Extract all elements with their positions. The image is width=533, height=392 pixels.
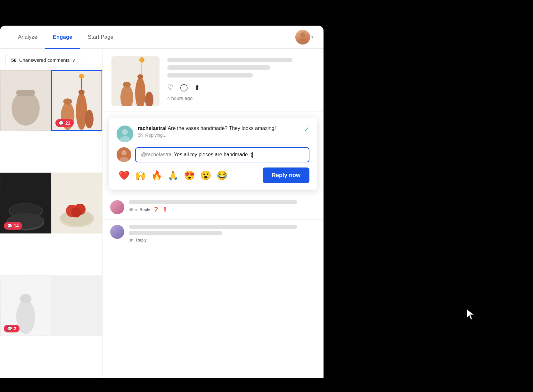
filter-bar: 56 Unanswered comments ∨: [0, 49, 102, 70]
svg-point-7: [78, 90, 85, 94]
emoji-heart-eyes[interactable]: 😍: [182, 169, 197, 182]
post-badge-count-2: 21: [65, 120, 70, 126]
emoji-crying-laughing[interactable]: 😂: [215, 169, 230, 182]
commenter-avatar: [117, 126, 133, 142]
svg-point-31: [123, 82, 131, 87]
unanswered-count: 56: [11, 57, 17, 63]
comment-reply-1[interactable]: Reply: [139, 207, 150, 212]
chevron-down-icon: ∨: [72, 58, 75, 63]
emoji-raised-hands[interactable]: 🙌: [133, 169, 148, 182]
tab-engage[interactable]: Engage: [45, 26, 80, 49]
post-badge-5: 💬 2: [4, 325, 20, 332]
post-preview-thumbnail: [111, 56, 160, 106]
reply-card: rachelastral Are the vases handmade? The…: [109, 118, 317, 190]
reply-avatar: [117, 147, 131, 162]
post-time: 4 hours ago: [167, 95, 315, 101]
svg-point-29: [137, 74, 143, 79]
post-item-6[interactable]: [51, 275, 102, 336]
check-icon: ✓: [304, 126, 309, 134]
posts-grid: 💬 21 💬 14: [0, 70, 102, 378]
svg-point-5: [79, 74, 84, 78]
post-thumbnail-art-1: [1, 71, 51, 130]
svg-point-21: [71, 208, 81, 217]
text-cursor: [252, 152, 253, 158]
comment-actions-2: 3h Reply: [129, 238, 316, 242]
tab-analyze[interactable]: Analyze: [10, 26, 45, 49]
reply-now-button[interactable]: Reply now: [263, 167, 309, 183]
comment-bubble-icon: 💬: [59, 121, 64, 126]
comment-avatar-2: [110, 225, 124, 239]
mouse-cursor: [466, 309, 475, 322]
avatar[interactable]: [295, 30, 310, 45]
unanswered-filter-chip[interactable]: 56 Unanswered comments ∨: [5, 54, 81, 66]
comment-emoji-question: ❓: [153, 207, 159, 213]
comment-time-1: 45m: [129, 207, 137, 212]
post-badge-3: 💬 14: [4, 222, 22, 230]
svg-point-37: [121, 150, 127, 155]
tab-start-page[interactable]: Start Page: [80, 26, 121, 49]
commenter-meta: 5h Replying...: [138, 133, 299, 138]
post-actions: ♡ ◯ ⬆: [167, 83, 315, 92]
svg-point-1: [12, 91, 40, 126]
reply-mention: @rachelastral: [141, 152, 173, 157]
comment-line-2a: [129, 225, 297, 229]
right-panel: ♡ ◯ ⬆ 4 hours ago: [102, 49, 324, 378]
avatar-image: [295, 30, 310, 45]
like-icon[interactable]: ♡: [167, 83, 174, 92]
reply-input-row: @rachelastral Yes all my pieces are hand…: [117, 147, 309, 162]
commenter-text: Are the vases handmade? They looks amazi…: [167, 126, 276, 131]
post-item-2[interactable]: 💬 21: [51, 70, 102, 131]
tab-start-page-label: Start Page: [88, 34, 113, 40]
avatar-dropdown-arrow[interactable]: ▾: [311, 35, 313, 39]
comment-icon[interactable]: ◯: [180, 83, 188, 92]
top-nav: Analyze Engage Start Page ▾: [0, 26, 324, 49]
main-content: 56 Unanswered comments ∨: [0, 49, 324, 378]
comment-avatar-1: [110, 200, 124, 214]
commenter-avatar-art: [117, 126, 133, 142]
comment-body-2: 3h Reply: [129, 225, 316, 242]
post-item-3[interactable]: 💬 14: [0, 173, 51, 233]
svg-point-24: [20, 294, 31, 303]
svg-rect-2: [16, 90, 35, 96]
commenter-name: rachelastral: [138, 126, 167, 131]
svg-point-9: [63, 98, 72, 104]
comment-time: 5h: [138, 133, 143, 138]
post-item-5[interactable]: 💬 2: [0, 275, 51, 336]
emoji-surprised[interactable]: 😮: [198, 169, 213, 182]
post-item-4[interactable]: [51, 173, 102, 233]
reply-text: Yes all my pieces are handmade :): [173, 152, 252, 157]
post-badge-2: 💬 21: [55, 119, 74, 127]
post-meta: ♡ ◯ ⬆ 4 hours ago: [167, 56, 315, 106]
comment-time-2: 3h: [129, 238, 133, 242]
reply-avatar-art: [117, 147, 131, 162]
meta-line-1: [167, 58, 292, 62]
comment-item-2: 3h Reply: [102, 219, 324, 248]
post-item-1[interactable]: [0, 70, 51, 131]
meta-line-2: [167, 65, 270, 70]
comment-author-row: rachelastral Are the vases handmade? The…: [117, 126, 309, 142]
tab-analyze-label: Analyze: [18, 34, 37, 40]
post-preview: ♡ ◯ ⬆ 4 hours ago: [102, 49, 324, 111]
emoji-fire[interactable]: 🔥: [149, 169, 164, 182]
left-panel: 56 Unanswered comments ∨: [0, 49, 102, 378]
preview-vase-art: [111, 56, 160, 106]
comment-emoji-exclamation: ❗: [162, 207, 168, 213]
comment-actions-1: 45m Reply ❓ ❗: [129, 207, 316, 213]
comment-item-1: 45m Reply ❓ ❗: [102, 195, 324, 219]
comment-reply-2[interactable]: Reply: [136, 238, 146, 242]
share-icon[interactable]: ⬆: [194, 84, 200, 91]
post-badge-count-3: 14: [14, 223, 19, 228]
post-thumbnail-art-4: [52, 173, 102, 233]
reply-footer: ❤️ 🙌 🔥 🙏 😍 😮 😂 Reply now: [117, 167, 309, 183]
svg-point-6: [76, 93, 87, 130]
comment-bubble-icon-3: 💬: [7, 224, 12, 228]
svg-point-27: [139, 57, 144, 62]
emoji-heart[interactable]: ❤️: [117, 169, 132, 182]
svg-point-10: [85, 110, 94, 128]
reply-input-field[interactable]: @rachelastral Yes all my pieces are hand…: [135, 147, 309, 162]
svg-point-34: [122, 129, 128, 135]
comment-line-2b: [129, 231, 222, 235]
comment-bubble-icon-5: 💬: [7, 326, 12, 331]
emoji-pray[interactable]: 🙏: [166, 169, 181, 182]
comments-section: rachelastral Are the vases handmade? The…: [102, 111, 324, 378]
